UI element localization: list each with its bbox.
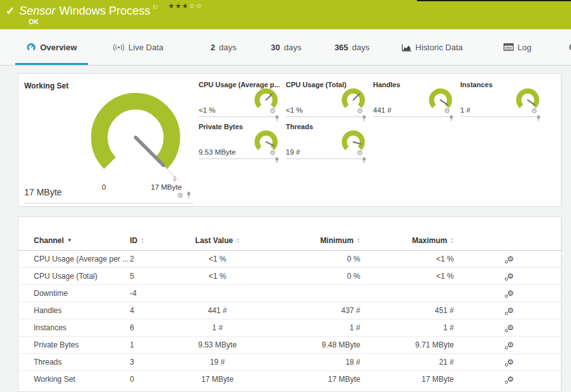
channel-id-cell: 1 xyxy=(130,336,190,353)
minimum-cell: 1 # xyxy=(244,319,365,336)
gauge-current-value: 1 # xyxy=(460,106,470,114)
mini-gauge-cell: Handles 441 # ⚙ xyxy=(373,78,454,117)
table-header-row: Channel▼ ID▲▼ Last Value▲▼ Minimum▲▼ Max… xyxy=(18,231,562,250)
mini-gauge-cell: CPU Usage (Total) <1 % ⚙ xyxy=(286,78,367,117)
channel-gear-icon[interactable]: ⚙ xyxy=(269,108,276,115)
channel-row: Handles 4 441 # 437 # 451 # ⚙ xyxy=(18,302,562,319)
tab-label: Historic Data xyxy=(416,43,463,52)
sort-icon: ▲▼ xyxy=(357,237,360,243)
last-value-cell: 441 # xyxy=(190,302,244,319)
tab-bar: Overview Live Data 2 days 30 days 365 da… xyxy=(0,29,571,66)
maximum-cell: 9.71 MByte xyxy=(365,336,459,353)
maximum-cell: 17 MByte xyxy=(365,370,459,388)
channel-settings-icon[interactable]: ⚙ xyxy=(507,272,514,280)
channel-gear-icon[interactable]: ⚙ xyxy=(269,150,276,157)
maximum-cell: 1 # xyxy=(365,319,459,336)
flag-icon[interactable]: ⚐ xyxy=(152,4,159,11)
channel-name-cell: Handles xyxy=(18,302,130,319)
channel-id-cell: 2 xyxy=(130,250,190,267)
last-value-cell xyxy=(190,284,244,302)
column-header-last-value[interactable]: Last Value▲▼ xyxy=(190,231,244,250)
channel-row: CPU Usage (Total) 5 <1 % 0 % <1 % ⚙ xyxy=(18,267,562,284)
channel-gear-icon[interactable]: ⚙ xyxy=(356,150,363,157)
channel-name-cell: Downtime xyxy=(18,284,130,302)
minimum-cell: 17 MByte xyxy=(244,370,365,388)
primary-gauge-working-set: Working Set x̄ 0 17 MByte 17 MByte ⚙ xyxy=(18,74,199,206)
status-ok-check-icon: ✓ xyxy=(6,4,15,18)
tab-overview[interactable]: Overview xyxy=(15,29,88,65)
area-chart-icon xyxy=(402,43,412,52)
channel-id-cell: 4 xyxy=(130,302,190,319)
last-value-cell: 19 # xyxy=(190,353,244,370)
working-set-gauge xyxy=(81,88,190,183)
channel-settings-icon[interactable]: ⚙ xyxy=(507,290,514,297)
maximum-cell: 451 # xyxy=(365,302,459,319)
top-edge-line xyxy=(417,0,571,1)
channel-gear-icon[interactable]: ⚙ xyxy=(444,108,450,115)
channel-name-cell: CPU Usage (Total) xyxy=(18,267,130,284)
column-header-minimum[interactable]: Minimum▲▼ xyxy=(244,231,365,250)
star-empty-icon[interactable]: ☆ xyxy=(196,2,203,10)
tab-label: Live Data xyxy=(129,43,164,52)
minimum-cell: 0 % xyxy=(244,250,365,267)
tab-log[interactable]: Log xyxy=(493,29,542,65)
sensor-type-label: Sensor xyxy=(19,4,55,17)
tab-label: days xyxy=(284,43,301,52)
gauge-icon xyxy=(26,43,36,52)
channel-gear-icon[interactable]: ⚙ xyxy=(531,108,537,115)
channel-settings-icon[interactable]: ⚙ xyxy=(507,341,514,349)
pin-icon[interactable] xyxy=(186,190,192,201)
tab-label: Overview xyxy=(40,43,77,52)
last-value-cell: 17 MByte xyxy=(190,370,244,388)
channel-gear-icon[interactable]: ⚙ xyxy=(356,108,363,115)
tab-number: 30 xyxy=(271,43,279,52)
channel-settings-icon[interactable]: ⚙ xyxy=(507,375,514,383)
channel-row: Private Bytes 1 9.53 MByte 9.48 MByte 9.… xyxy=(18,336,562,353)
gauges-panel: Working Set x̄ 0 17 MByte 17 MByte ⚙ CPU… xyxy=(18,73,561,207)
maximum-cell: <1 % xyxy=(365,267,459,284)
last-value-cell: 1 # xyxy=(190,319,244,336)
channel-gear-icon[interactable]: ⚙ xyxy=(177,192,183,199)
channel-settings-icon[interactable]: ⚙ xyxy=(507,324,514,332)
gear-icon: ⚙ xyxy=(568,42,571,52)
tab-label: days xyxy=(352,43,369,52)
mini-gauge-cell: Private Bytes 9.53 MByte ⚙ xyxy=(199,120,279,159)
gauge-title: Working Set xyxy=(24,81,69,90)
channel-settings-icon[interactable]: ⚙ xyxy=(507,358,514,366)
tab-settings[interactable]: ⚙ Settings xyxy=(558,29,571,65)
status-badge: OK xyxy=(29,18,39,25)
gauge-scale-min: 0 xyxy=(102,183,106,191)
tab-30-days[interactable]: 30 days xyxy=(260,29,312,65)
column-header-maximum[interactable]: Maximum▲▼ xyxy=(365,231,459,250)
channel-settings-icon[interactable]: ⚙ xyxy=(507,307,514,314)
channel-name-cell: Working Set xyxy=(18,370,130,388)
minimum-cell: 18 # xyxy=(244,353,365,370)
priority-stars[interactable]: ★★★☆☆ xyxy=(168,2,202,10)
channel-name-cell: Instances xyxy=(18,319,130,336)
gauge-current-value: 9.53 MByte xyxy=(199,148,236,156)
channel-settings-icon[interactable]: ⚙ xyxy=(507,255,514,263)
star-filled-icon[interactable]: ★ xyxy=(182,2,189,10)
mini-gauge-cell: Threads 19 # ⚙ xyxy=(286,120,367,159)
star-filled-icon[interactable]: ★ xyxy=(175,2,182,10)
gauge-current-value: 441 # xyxy=(373,106,391,114)
tab-historic-data[interactable]: Historic Data xyxy=(391,29,474,65)
tab-label: Log xyxy=(518,43,532,52)
star-filled-icon[interactable]: ★ xyxy=(168,2,175,10)
tab-365-days[interactable]: 365 days xyxy=(323,29,380,65)
channel-table-panel: Channel▼ ID▲▼ Last Value▲▼ Minimum▲▼ Max… xyxy=(18,216,561,392)
sort-icon: ▲▼ xyxy=(236,237,239,243)
star-empty-icon[interactable]: ☆ xyxy=(189,2,196,10)
channel-id-cell: 5 xyxy=(130,267,190,284)
tab-2-days[interactable]: 2 days xyxy=(200,29,248,65)
channel-id-cell: 3 xyxy=(130,353,190,370)
mini-gauge-cell: CPU Usage (Average p... <1 % ⚙ xyxy=(199,78,279,117)
column-header-id[interactable]: ID▲▼ xyxy=(130,231,190,250)
column-header-channel[interactable]: Channel▼ xyxy=(18,231,130,250)
prtg-sensor-page: { "colors": { "header_green": "#b1c31a",… xyxy=(0,0,571,392)
maximum-cell: <1 % xyxy=(365,250,459,267)
tab-live-data[interactable]: Live Data xyxy=(102,29,174,65)
live-data-icon xyxy=(113,43,125,52)
gauge-current-value: 19 # xyxy=(286,148,300,156)
channel-name-cell: Threads xyxy=(18,353,130,370)
